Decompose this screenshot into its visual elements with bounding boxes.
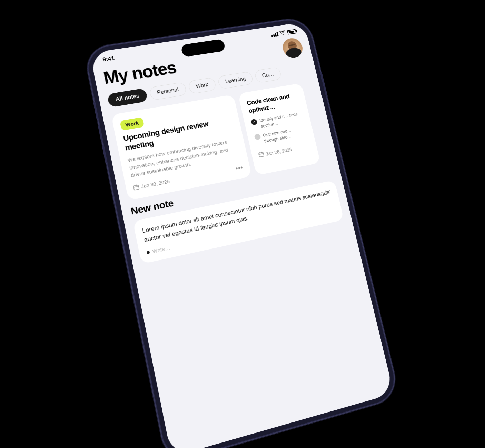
phone-screen: 9:41 xyxy=(90,22,394,448)
battery-fill xyxy=(288,31,294,33)
svg-line-3 xyxy=(133,186,138,187)
screen-content: My notes xyxy=(93,35,392,447)
signal-bar-4 xyxy=(276,32,278,36)
check-circle-1: ✓ xyxy=(250,119,258,125)
checkmark-icon-1: ✓ xyxy=(252,120,256,124)
note-card-1[interactable]: Work Upcoming design review meeting We e… xyxy=(111,94,252,200)
scene: 9:41 xyxy=(0,0,485,448)
note-title-2: Code clean and optimiz… xyxy=(246,91,300,115)
svg-line-1 xyxy=(135,185,135,186)
wifi-icon xyxy=(279,30,286,36)
note-date-text-2: Jan 28, 2025 xyxy=(265,147,293,157)
avatar-container[interactable] xyxy=(280,35,305,59)
note-date-2: Jan 28, 2025 xyxy=(258,143,310,159)
svg-line-2 xyxy=(137,185,137,186)
status-icons xyxy=(271,29,297,38)
status-time: 9:41 xyxy=(102,55,115,63)
note-card-2[interactable]: Code clean and optimiz… ✓ Identify and r… xyxy=(238,83,320,175)
svg-rect-0 xyxy=(133,185,139,190)
battery-icon xyxy=(287,29,297,35)
signal-bar-1 xyxy=(271,35,273,37)
phone-frame: 9:41 xyxy=(84,17,399,448)
svg-rect-4 xyxy=(259,152,264,157)
svg-line-5 xyxy=(260,152,260,154)
phone-wrapper: 9:41 xyxy=(84,17,399,448)
calendar-icon-2 xyxy=(258,151,265,159)
write-dot xyxy=(147,251,150,254)
more-menu-button-1[interactable]: ••• xyxy=(235,164,244,172)
svg-line-6 xyxy=(262,152,262,153)
calendar-icon-1 xyxy=(133,184,140,192)
svg-line-7 xyxy=(259,154,263,154)
signal-bars-icon xyxy=(271,32,279,37)
note-tag-work: Work xyxy=(120,117,145,131)
write-placeholder[interactable]: Write… xyxy=(152,245,171,254)
avatar[interactable] xyxy=(281,37,305,59)
note-date-text-1: Jan 30, 2025 xyxy=(141,179,170,190)
signal-bar-2 xyxy=(273,34,275,37)
check-circle-2 xyxy=(254,133,261,140)
chevron-down-icon[interactable] xyxy=(324,188,331,196)
